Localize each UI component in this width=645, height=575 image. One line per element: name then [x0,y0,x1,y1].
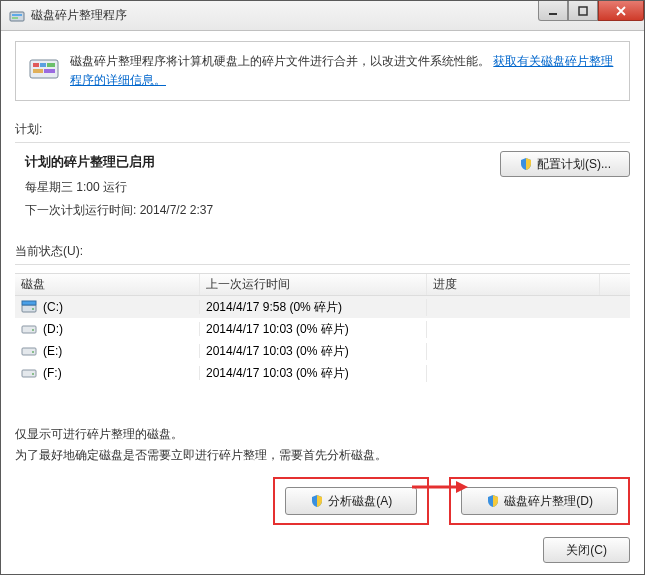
svg-rect-0 [10,12,24,21]
table-row[interactable]: (C:) 2014/4/17 9:58 (0% 碎片) [15,296,630,318]
last-run: 2014/4/17 10:03 (0% 碎片) [200,321,427,338]
disk-name: (C:) [43,300,63,314]
svg-rect-16 [22,348,36,355]
svg-rect-12 [22,301,36,305]
svg-rect-9 [33,69,43,73]
schedule-title: 计划的碎片整理已启用 [25,153,213,171]
content: 磁盘碎片整理程序将计算机硬盘上的碎片文件进行合并，以改进文件系统性能。 获取有关… [1,31,644,574]
minimize-button[interactable] [538,1,568,21]
svg-point-13 [32,308,34,310]
info-banner: 磁盘碎片整理程序将计算机硬盘上的碎片文件进行合并，以改进文件系统性能。 获取有关… [15,41,630,101]
hdd-drive-icon [21,366,37,380]
close-dialog-label: 关闭(C) [566,542,607,559]
last-run: 2014/4/17 9:58 (0% 碎片) [200,299,427,316]
os-drive-icon [21,300,37,314]
analyze-disk-label: 分析磁盘(A) [328,493,392,510]
table-row[interactable]: (D:) 2014/4/17 10:03 (0% 碎片) [15,318,630,340]
banner-description: 磁盘碎片整理程序将计算机硬盘上的碎片文件进行合并，以改进文件系统性能。 [70,54,490,68]
svg-rect-10 [44,69,55,73]
schedule-line-1: 每星期三 1:00 运行 [25,179,213,196]
window-title: 磁盘碎片整理程序 [31,7,127,24]
banner-text: 磁盘碎片整理程序将计算机硬盘上的碎片文件进行合并，以改进文件系统性能。 获取有关… [70,52,617,90]
analyze-disk-button[interactable]: 分析磁盘(A) [285,487,417,515]
shield-icon [310,494,324,508]
svg-rect-11 [22,305,36,312]
schedule-info: 计划的碎片整理已启用 每星期三 1:00 运行 下一次计划运行时间: 2014/… [25,153,213,225]
svg-point-15 [32,329,34,331]
svg-rect-1 [12,14,22,16]
disk-name: (E:) [43,344,62,358]
configure-schedule-button[interactable]: 配置计划(S)... [500,151,630,177]
configure-schedule-label: 配置计划(S)... [537,156,611,173]
note-line-2: 为了最好地确定磁盘是否需要立即进行碎片整理，需要首先分析磁盘。 [15,445,630,465]
schedule-line-2: 下一次计划运行时间: 2014/7/2 2:37 [25,202,213,219]
column-header-last-run[interactable]: 上一次运行时间 [200,274,427,295]
close-button[interactable] [598,1,644,21]
svg-rect-2 [12,17,18,19]
divider [15,264,630,265]
svg-rect-18 [22,370,36,377]
table-header: 磁盘 上一次运行时间 进度 [15,274,630,296]
close-dialog-button[interactable]: 关闭(C) [543,537,630,563]
maximize-button[interactable] [568,1,598,21]
app-icon [9,8,25,24]
highlight-box-defrag: 磁盘碎片整理(D) [449,477,630,525]
table-row[interactable]: (F:) 2014/4/17 10:03 (0% 碎片) [15,362,630,384]
footer-row: 关闭(C) [15,537,630,563]
status-section-label: 当前状态(U): [15,243,630,260]
window-controls [538,1,644,21]
schedule-section-label: 计划: [15,121,630,138]
action-row: 分析磁盘(A) 磁盘碎片整理(D) [15,477,630,525]
note-line-1: 仅显示可进行碎片整理的磁盘。 [15,424,630,444]
svg-rect-7 [40,63,46,67]
notes: 仅显示可进行碎片整理的磁盘。 为了最好地确定磁盘是否需要立即进行碎片整理，需要首… [15,424,630,465]
defrag-disk-label: 磁盘碎片整理(D) [504,493,593,510]
hdd-drive-icon [21,344,37,358]
titlebar: 磁盘碎片整理程序 [1,1,644,31]
svg-rect-14 [22,326,36,333]
defrag-icon [28,52,60,84]
disk-table: 磁盘 上一次运行时间 进度 (C:) 2014/4/17 9:58 (0% 碎片… [15,273,630,384]
highlight-box-analyze: 分析磁盘(A) [273,477,429,525]
svg-rect-8 [47,63,55,67]
shield-icon [486,494,500,508]
svg-marker-21 [456,481,468,493]
svg-rect-4 [579,7,587,15]
hdd-drive-icon [21,322,37,336]
defrag-disk-button[interactable]: 磁盘碎片整理(D) [461,487,618,515]
column-header-progress[interactable]: 进度 [427,274,600,295]
last-run: 2014/4/17 10:03 (0% 碎片) [200,343,427,360]
table-row[interactable]: (E:) 2014/4/17 10:03 (0% 碎片) [15,340,630,362]
window: 磁盘碎片整理程序 [0,0,645,575]
svg-rect-6 [33,63,39,67]
schedule-row: 计划的碎片整理已启用 每星期三 1:00 运行 下一次计划运行时间: 2014/… [15,143,630,225]
svg-rect-3 [549,13,557,15]
svg-point-19 [32,373,34,375]
column-header-disk[interactable]: 磁盘 [15,274,200,295]
last-run: 2014/4/17 10:03 (0% 碎片) [200,365,427,382]
shield-icon [519,157,533,171]
disk-name: (F:) [43,366,62,380]
svg-point-17 [32,351,34,353]
annotation-arrow-icon [410,478,470,496]
disk-name: (D:) [43,322,63,336]
